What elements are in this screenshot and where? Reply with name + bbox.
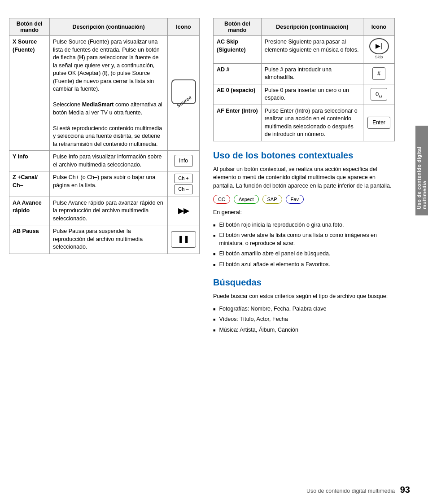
list-item: El botón rojo inicia la reproducción o g… — [213, 221, 395, 229]
key-cell: AD # — [214, 63, 262, 84]
table-row: Y Info Pulse Info para visualizar inform… — [9, 151, 200, 171]
key-cell: AF Enter (Intro) — [214, 105, 262, 141]
skip-circle: ▶| — [369, 38, 389, 54]
key-name: Pausa — [22, 228, 39, 234]
desc-cell: Pulse # para introducir una almohadilla. — [261, 63, 363, 84]
desc-text: Pulse Pausa para suspender la reproducci… — [53, 228, 143, 250]
page-container: Botón del mando Descripción (continuació… — [0, 0, 428, 504]
section2-body: Puede buscar con estos criterios según e… — [213, 292, 395, 301]
desc-text-2: Seleccione MediaSmart como alternativa a… — [53, 101, 162, 116]
page-footer: Uso de contenido digital multimedia 93 — [306, 485, 410, 495]
key-cell: AB Pausa — [9, 225, 50, 254]
table-row: AD # Pulse # para introducir una almohad… — [214, 63, 395, 84]
desc-text-3: Si está reproduciendo contenido multimed… — [53, 125, 162, 147]
left-header-desc: Descripción (continuación) — [50, 18, 168, 36]
key-letter: AA — [13, 200, 21, 206]
key-letter: AF — [217, 108, 224, 114]
key-cell: AC Skip(Siguiente) — [214, 36, 262, 64]
key-name: +Canal/Ch– — [13, 174, 38, 188]
table-row: AB Pausa Pulse Pausa para suspender la r… — [9, 225, 200, 254]
desc-cell: Pulse Ch+ (o Ch–) para subir o bajar una… — [50, 171, 168, 197]
key-cell: AE 0 (espacio) — [214, 84, 262, 105]
table-row: AF Enter (Intro) Pulse Enter (Intro) par… — [214, 105, 395, 141]
skip-icon: ▶| Skip — [369, 38, 389, 60]
context-button-cc: CC — [213, 195, 230, 204]
icon-cell-pause: ❚❚ — [168, 225, 200, 254]
list-item: El botón azul añade el elemento a Favori… — [213, 261, 395, 269]
section2-bullets: Fotografías: Nombre, Fecha, Palabra clav… — [213, 305, 395, 334]
enter-icon: Enter — [367, 117, 390, 129]
key-letter: AD — [217, 66, 225, 73]
key-letter: AB — [13, 228, 21, 234]
desc-cell: Pulse Info para visualizar información s… — [50, 151, 168, 171]
section1-body: Al pulsar un botón contextual, se realiz… — [213, 165, 395, 190]
desc-text: Pulse Enter (Intro) para seleccionar o r… — [265, 108, 358, 138]
key-cell: AA Avancerápido — [9, 197, 50, 225]
pause-icon: ❚❚ — [171, 231, 196, 247]
right-header-button: Botón del mando — [214, 18, 262, 36]
desc-cell: Pulse 0 para insertar un cero o un espac… — [261, 84, 363, 105]
icon-cell-ff: ▶▶ — [168, 197, 200, 225]
general-label: En general: — [213, 208, 395, 217]
source-icon: Source — [171, 79, 196, 104]
key-cell: X Source(Fuente) — [9, 36, 50, 151]
key-letter: X — [13, 39, 16, 45]
key-letter: Z — [13, 174, 16, 180]
table-row: AA Avancerápido Pulse Avance rápido para… — [9, 197, 200, 225]
right-header-desc: Descripción (continuación) — [261, 18, 363, 36]
context-buttons-row: CC Aspect SAP Fav — [213, 195, 395, 204]
key-name: Info — [18, 153, 28, 160]
section2-title: Búsquedas — [213, 277, 395, 288]
left-column: Botón del mando Descripción (continuació… — [0, 9, 206, 495]
key-letter: AC — [217, 39, 225, 45]
desc-text: Pulse Info para visualizar información s… — [53, 153, 162, 168]
desc-cell: Pulse Enter (Intro) para seleccionar o r… — [261, 105, 363, 141]
key-name: Source(Fuente) — [13, 39, 37, 53]
key-name: # — [227, 66, 230, 73]
key-letter: Y — [13, 153, 16, 160]
right-table: Botón del mando Descripción (continuació… — [213, 18, 395, 141]
desc-cell: Pulse Source (Fuente) para visualizar un… — [50, 36, 168, 151]
key-cell: Z +Canal/Ch– — [9, 171, 50, 197]
ch-icon: Ch + Ch – — [174, 174, 193, 194]
desc-text: Pulse # para introducir una almohadilla. — [265, 66, 332, 81]
desc-text: Presione Siguiente para pasar al element… — [265, 39, 359, 53]
desc-cell: Pulse Avance rápido para avanzar rápido … — [50, 197, 168, 225]
icon-cell-enter: Enter — [363, 105, 395, 141]
icon-cell-ch: Ch + Ch – — [168, 171, 200, 197]
table-row: Z +Canal/Ch– Pulse Ch+ (o Ch–) para subi… — [9, 171, 200, 197]
table-row: AE 0 (espacio) Pulse 0 para insertar un … — [214, 84, 395, 105]
desc-text: Pulse Source (Fuente) para visualizar un… — [53, 39, 160, 92]
fast-forward-icon: ▶▶ — [178, 207, 189, 215]
icon-cell-skip: ▶| Skip — [363, 36, 395, 64]
icon-cell-info: Info — [168, 151, 200, 171]
left-header-button: Botón del mando — [9, 18, 50, 36]
list-item: Música: Artista, Álbum, Canción — [213, 326, 395, 334]
left-header-icon: Icono — [168, 18, 200, 36]
right-header-icon: Icono — [363, 18, 395, 36]
desc-cell: Pulse Pausa para suspender la reproducci… — [50, 225, 168, 254]
table-row: AC Skip(Siguiente) Presione Siguiente pa… — [214, 36, 395, 64]
key-letter: AE — [217, 87, 224, 93]
hash-icon: # — [372, 67, 385, 80]
list-item: Vídeos: Título, Actor, Fecha — [213, 316, 395, 324]
ch-plus-icon: Ch + — [174, 174, 193, 183]
sidebar-tab: Uso de contenido digital multimedia — [415, 126, 428, 215]
key-cell: Y Info — [9, 151, 50, 171]
key-name: Enter (Intro) — [226, 108, 258, 114]
page-number: 93 — [400, 485, 410, 495]
list-item: Fotografías: Nombre, Fecha, Palabra clav… — [213, 305, 395, 313]
list-item: El botón verde abre la lista como una li… — [213, 232, 395, 247]
icon-cell-source: Source — [168, 36, 200, 151]
desc-text: Pulse Ch+ (o Ch–) para subir o bajar una… — [53, 174, 155, 188]
right-column: Botón del mando Descripción (continuació… — [206, 9, 413, 495]
context-button-aspect: Aspect — [234, 195, 259, 204]
section1-title: Uso de los botones contextuales — [213, 150, 395, 161]
desc-text: Pulse Avance rápido para avanzar rápido … — [53, 200, 163, 222]
key-name: 0 (espacio) — [226, 87, 255, 93]
left-table: Botón del mando Descripción (continuació… — [9, 18, 200, 254]
footer-text: Uso de contenido digital multimedia — [306, 488, 395, 494]
skip-label: Skip — [369, 54, 389, 60]
source-icon-text: Source — [175, 94, 193, 110]
table-row: X Source(Fuente) Pulse Source (Fuente) p… — [9, 36, 200, 151]
